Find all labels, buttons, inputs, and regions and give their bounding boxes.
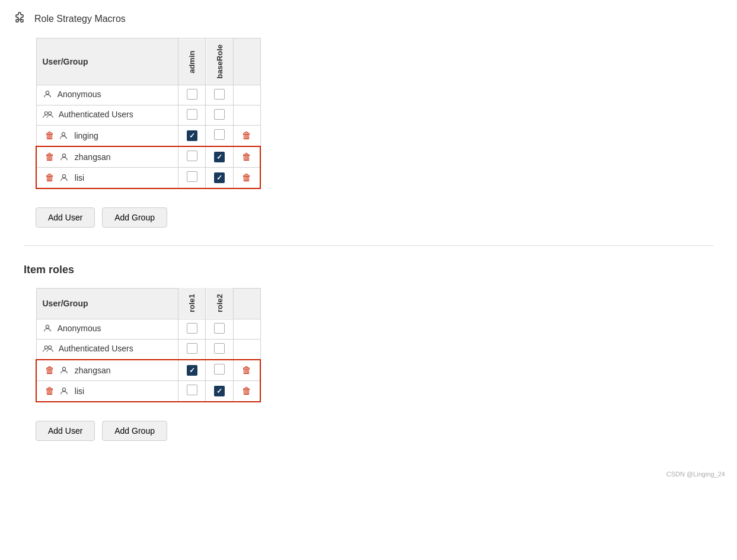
checkbox-cell[interactable] bbox=[178, 380, 206, 402]
checkbox-cell[interactable] bbox=[206, 105, 234, 125]
checkbox-cell[interactable] bbox=[178, 85, 206, 105]
table2: User/Group role1 role2 Anonymous bbox=[36, 288, 261, 402]
checkbox-checked[interactable]: ✓ bbox=[214, 152, 225, 162]
checkbox-cell[interactable] bbox=[178, 146, 206, 168]
table-row: Anonymous bbox=[36, 85, 260, 105]
watermark: CSDN @Linging_24 bbox=[0, 465, 737, 484]
user-icon bbox=[59, 173, 69, 184]
svg-point-0 bbox=[46, 91, 49, 94]
delete-button[interactable]: 🗑 bbox=[43, 385, 57, 398]
checkbox-cell[interactable] bbox=[178, 319, 206, 339]
checkbox-cell[interactable] bbox=[178, 339, 206, 360]
delete-cell[interactable]: 🗑 bbox=[234, 360, 261, 381]
checkbox-unchecked[interactable] bbox=[214, 323, 225, 334]
checkbox-checked[interactable]: ✓ bbox=[187, 130, 197, 141]
group-icon bbox=[43, 344, 53, 355]
app-title: Role Strategy Macros bbox=[34, 14, 126, 24]
svg-point-9 bbox=[62, 367, 65, 370]
table-row: 🗑 zhangsan ✓ 🗑 bbox=[36, 360, 260, 381]
add-group-button-2[interactable]: Add Group bbox=[102, 421, 167, 441]
user-icon bbox=[43, 324, 52, 335]
checkbox-unchecked[interactable] bbox=[187, 343, 197, 354]
puzzle-icon bbox=[14, 11, 28, 27]
checkbox-cell[interactable]: ✓ bbox=[206, 146, 234, 168]
user-name: Authenticated Users bbox=[59, 110, 133, 119]
checkbox-unchecked[interactable] bbox=[214, 364, 225, 375]
delete-cell[interactable]: 🗑 bbox=[234, 380, 261, 402]
svg-point-4 bbox=[62, 153, 65, 156]
table-row: 🗑 linging ✓ 🗑 bbox=[36, 125, 260, 146]
user-name: lisi bbox=[75, 173, 84, 183]
user-cell: Anonymous bbox=[36, 319, 178, 339]
checkbox-cell[interactable]: ✓ bbox=[178, 360, 206, 381]
main-content: User/Group admin baseRole Anonymous bbox=[0, 38, 737, 465]
delete-cell bbox=[234, 105, 261, 125]
table1-wrapper: User/Group admin baseRole Anonymous bbox=[36, 38, 261, 189]
table2-buttons: Add User Add Group bbox=[36, 412, 713, 441]
user-icon bbox=[59, 152, 69, 164]
checkbox-cell[interactable]: ✓ bbox=[206, 380, 234, 402]
user-cell: 🗑 lisi bbox=[36, 167, 178, 188]
table-row: 🗑 lisi ✓ 🗑 bbox=[36, 380, 260, 402]
user-name: Anonymous bbox=[58, 89, 101, 99]
checkbox-checked[interactable]: ✓ bbox=[214, 172, 225, 183]
checkbox-cell[interactable] bbox=[206, 319, 234, 339]
table1-col-user-group: User/Group bbox=[36, 39, 178, 85]
table2-wrapper: User/Group role1 role2 Anonymous bbox=[36, 288, 261, 402]
checkbox-cell[interactable] bbox=[206, 339, 234, 360]
checkbox-unchecked[interactable] bbox=[214, 129, 225, 140]
user-name: zhangsan bbox=[75, 152, 111, 162]
user-cell: 🗑 lisi bbox=[36, 380, 178, 402]
svg-point-1 bbox=[44, 111, 47, 114]
checkbox-checked[interactable]: ✓ bbox=[187, 365, 197, 376]
checkbox-cell[interactable] bbox=[206, 125, 234, 146]
delete-button-right[interactable]: 🗑 bbox=[240, 151, 254, 164]
delete-button[interactable]: 🗑 bbox=[43, 151, 57, 164]
checkbox-unchecked[interactable] bbox=[187, 171, 197, 182]
delete-button[interactable]: 🗑 bbox=[43, 129, 57, 142]
delete-button-right[interactable]: 🗑 bbox=[240, 385, 254, 398]
user-cell: 🗑 zhangsan bbox=[36, 360, 178, 381]
checkbox-unchecked[interactable] bbox=[187, 323, 197, 334]
table1-col-actions bbox=[234, 39, 261, 85]
checkbox-cell[interactable]: ✓ bbox=[206, 167, 234, 188]
user-icon bbox=[43, 89, 52, 101]
delete-button-right[interactable]: 🗑 bbox=[240, 171, 254, 184]
svg-point-3 bbox=[62, 132, 65, 135]
checkbox-cell[interactable] bbox=[178, 167, 206, 188]
checkbox-unchecked[interactable] bbox=[187, 89, 197, 100]
user-icon bbox=[59, 386, 69, 398]
svg-point-10 bbox=[62, 388, 65, 391]
delete-cell[interactable]: 🗑 bbox=[234, 125, 261, 146]
delete-button-right[interactable]: 🗑 bbox=[240, 129, 254, 142]
svg-point-8 bbox=[48, 345, 51, 348]
checkbox-cell[interactable] bbox=[206, 360, 234, 381]
delete-button[interactable]: 🗑 bbox=[43, 364, 57, 377]
add-user-button-2[interactable]: Add User bbox=[36, 421, 95, 441]
checkbox-cell[interactable]: ✓ bbox=[178, 125, 206, 146]
delete-button-right[interactable]: 🗑 bbox=[240, 364, 254, 377]
checkbox-cell[interactable] bbox=[206, 85, 234, 105]
delete-cell bbox=[234, 319, 261, 339]
checkbox-cell[interactable] bbox=[178, 105, 206, 125]
add-user-button[interactable]: Add User bbox=[36, 207, 95, 228]
checkbox-unchecked[interactable] bbox=[187, 151, 197, 161]
checkbox-checked[interactable]: ✓ bbox=[214, 386, 225, 396]
checkbox-unchecked[interactable] bbox=[187, 109, 197, 120]
page-header: Role Strategy Macros bbox=[0, 0, 737, 38]
checkbox-unchecked[interactable] bbox=[214, 109, 225, 120]
user-name: zhangsan bbox=[75, 366, 111, 375]
checkbox-unchecked[interactable] bbox=[214, 343, 225, 354]
table-row: Authenticated Users bbox=[36, 105, 260, 125]
checkbox-unchecked[interactable] bbox=[214, 89, 225, 100]
delete-cell[interactable]: 🗑 bbox=[234, 167, 261, 188]
table1-buttons: Add User Add Group bbox=[36, 199, 713, 228]
delete-cell bbox=[234, 339, 261, 360]
section-divider bbox=[24, 245, 713, 246]
user-cell: 🗑 zhangsan bbox=[36, 146, 178, 168]
checkbox-unchecked[interactable] bbox=[187, 385, 197, 395]
add-group-button[interactable]: Add Group bbox=[102, 207, 167, 228]
user-name: Authenticated Users bbox=[59, 344, 133, 353]
delete-cell[interactable]: 🗑 bbox=[234, 146, 261, 168]
delete-button[interactable]: 🗑 bbox=[43, 171, 57, 184]
